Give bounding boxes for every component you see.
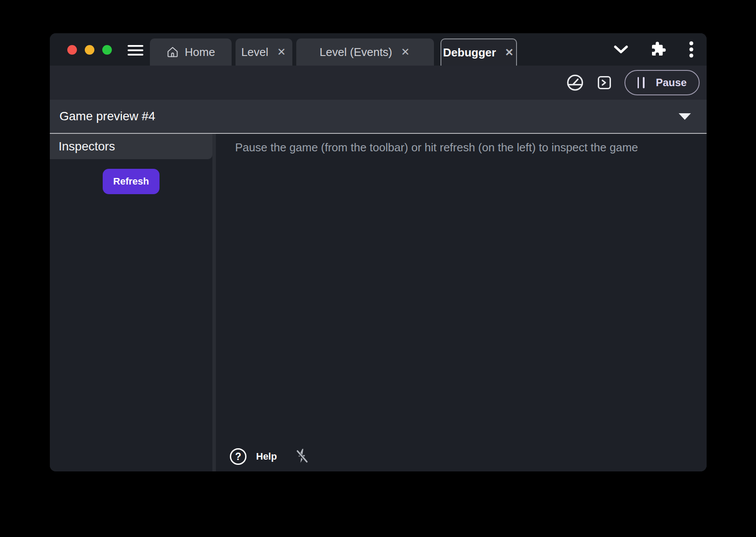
tab-debugger-label: Debugger	[443, 46, 496, 59]
close-icon[interactable]: ✕	[276, 46, 287, 58]
tab-home[interactable]: Home	[150, 38, 232, 66]
menu-icon[interactable]	[128, 44, 143, 56]
app-window: Home Level ✕ Level (Events) ✕ Debugger ✕	[50, 33, 707, 471]
bottom-bar: ? Help	[230, 447, 310, 466]
tab-level-events[interactable]: Level (Events) ✕	[296, 38, 434, 66]
inspector-hint-message: Pause the game (from the toolbar) or hit…	[235, 141, 698, 154]
tab-bar: Home Level ✕ Level (Events) ✕ Debugger ✕	[150, 38, 517, 66]
zoom-window-button[interactable]	[102, 45, 112, 55]
help-icon[interactable]: ?	[230, 448, 246, 465]
tab-debugger[interactable]: Debugger ✕	[440, 38, 517, 66]
tab-home-label: Home	[185, 45, 215, 59]
close-window-button[interactable]	[67, 45, 77, 55]
game-preview-header[interactable]: Game preview #4	[50, 100, 707, 134]
titlebar: Home Level ✕ Level (Events) ✕ Debugger ✕	[50, 33, 707, 66]
inspectors-header: Inspectors	[50, 134, 212, 159]
tab-level-events-label: Level (Events)	[319, 45, 392, 59]
inspector-main-panel: Pause the game (from the toolbar) or hit…	[216, 134, 707, 471]
help-label[interactable]: Help	[256, 451, 277, 462]
profiler-gauge-icon[interactable]	[566, 73, 584, 92]
kebab-menu-icon[interactable]	[689, 41, 694, 58]
close-icon[interactable]: ✕	[400, 46, 411, 58]
inspectors-sidebar: Inspectors Refresh	[50, 134, 212, 471]
console-icon[interactable]	[596, 75, 612, 91]
close-icon[interactable]: ✕	[504, 46, 514, 59]
chevron-down-icon[interactable]	[613, 45, 629, 54]
game-preview-title: Game preview #4	[59, 109, 679, 123]
pause-button[interactable]: Pause	[624, 70, 700, 95]
inspectors-header-label: Inspectors	[59, 139, 115, 153]
flash-off-icon[interactable]	[294, 447, 310, 466]
traffic-lights	[67, 45, 112, 55]
home-icon	[166, 46, 179, 58]
pause-icon	[638, 77, 645, 88]
debugger-toolbar: Pause	[50, 66, 707, 100]
titlebar-actions	[613, 33, 694, 66]
extensions-puzzle-icon[interactable]	[649, 40, 667, 59]
sidebar-resize-divider[interactable]	[212, 134, 216, 471]
refresh-button[interactable]: Refresh	[103, 169, 160, 194]
tab-level-label: Level	[241, 45, 268, 59]
tab-level[interactable]: Level ✕	[236, 38, 292, 66]
caret-down-icon[interactable]	[679, 113, 691, 120]
pause-button-label: Pause	[656, 77, 687, 89]
debugger-content: Inspectors Refresh Pause the game (from …	[50, 134, 707, 471]
minimize-window-button[interactable]	[85, 45, 94, 55]
